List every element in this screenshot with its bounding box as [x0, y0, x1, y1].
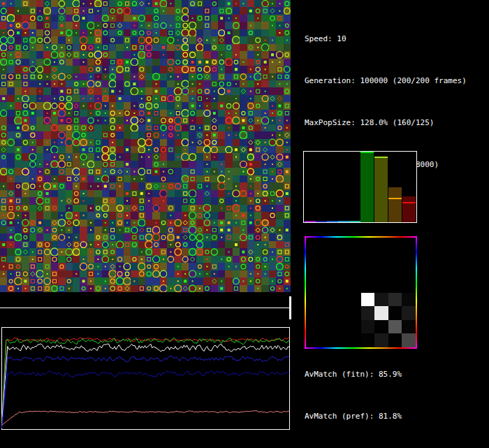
matrix-cell [361, 252, 375, 266]
stat-generation: Generation: 100000 (200/200 frames) [305, 74, 467, 88]
matrix-cell [306, 293, 320, 307]
matrix-cell [361, 265, 375, 279]
matrix-cell [333, 265, 347, 279]
population-marker-species2-female [402, 202, 416, 203]
matrix-cell [320, 279, 334, 293]
matrix-cell [388, 333, 402, 347]
population-bar-species1-male [360, 152, 374, 222]
matrix-cell [306, 333, 320, 347]
matrix-cell [333, 238, 347, 252]
matrix-cell [388, 279, 402, 293]
matrix-cell [361, 306, 375, 320]
matrix-cell [388, 320, 402, 334]
matrix-cell [347, 265, 361, 279]
matrix-cell [306, 265, 320, 279]
stat-avmatch-pref: AvMatch (pref): 81.8% [305, 410, 467, 424]
matrix-cell [333, 279, 347, 293]
matrix-cell [374, 279, 388, 293]
genome-distance-matrix [305, 236, 417, 349]
population-bar-species2-female [402, 196, 416, 222]
matrix-border-bottom [305, 347, 417, 349]
matrix-cell [388, 265, 402, 279]
matrix-cell [333, 333, 347, 347]
matrix-cell [388, 252, 402, 266]
matrix-cell [306, 279, 320, 293]
matrix-cell [361, 333, 375, 347]
matrix-cell [402, 238, 416, 252]
matrix-cell [306, 238, 320, 252]
stat-maxpopsize: MaxPopSize: 128.0% (160/125) [305, 116, 467, 130]
matrix-cell [402, 320, 416, 334]
minor-species-strip [305, 221, 360, 222]
matrix-cell [320, 320, 334, 334]
matrix-cell [361, 238, 375, 252]
matrix-cell [320, 238, 334, 252]
matrix-cell [306, 252, 320, 266]
matrix-cell [402, 252, 416, 266]
matrix-cell [374, 238, 388, 252]
matrix-cell [320, 265, 334, 279]
history-series-purebred [2, 344, 290, 427]
matrix-cell [347, 306, 361, 320]
matrix-cell [402, 333, 416, 347]
history-series-avpref [2, 371, 290, 428]
matrix-cell [388, 293, 402, 307]
history-line-chart [0, 327, 292, 432]
matrix-cell [374, 265, 388, 279]
history-series-cramer-s-v [2, 356, 290, 428]
matrix-cell [374, 320, 388, 334]
matrix-cells [306, 238, 416, 347]
history-chart-border [2, 328, 290, 430]
frame-progress-track[interactable] [0, 308, 291, 308]
matrix-cell [374, 293, 388, 307]
matrix-cell [361, 293, 375, 307]
history-series-avmatch--pref- [2, 338, 290, 427]
matrix-cell [402, 306, 416, 320]
matrix-cell [347, 293, 361, 307]
history-series-syssize [2, 411, 290, 426]
stats-panel: Speed: 10 Generation: 100000 (200/200 fr… [305, 4, 467, 448]
matrix-border-left [305, 236, 306, 349]
matrix-cell [374, 333, 388, 347]
app-window: Speed: 10 Generation: 100000 (200/200 fr… [0, 0, 489, 448]
matrix-cell [374, 252, 388, 266]
simulation-grid[interactable] [0, 0, 291, 292]
matrix-cell [347, 333, 361, 347]
matrix-cell [320, 333, 334, 347]
population-bar-chart: m f [303, 151, 417, 223]
stat-speed: Speed: 10 [305, 32, 467, 46]
population-bar-species2-male [388, 187, 402, 222]
matrix-cell [306, 306, 320, 320]
matrix-border-top [305, 236, 417, 238]
population-marker-species2-male [388, 198, 402, 199]
matrix-border-right [416, 236, 417, 349]
matrix-cell [402, 265, 416, 279]
matrix-cell [320, 306, 334, 320]
matrix-cell [361, 320, 375, 334]
stat-avmatch-fitn: AvMatch (fitn): 85.9% [305, 368, 467, 382]
history-series-avmatch--fitn- [2, 338, 290, 426]
matrix-cell [347, 279, 361, 293]
matrix-cell [347, 320, 361, 334]
matrix-cell [333, 320, 347, 334]
matrix-cell [402, 279, 416, 293]
population-marker-species1-male [360, 152, 374, 153]
matrix-cell [333, 293, 347, 307]
matrix-cell [388, 306, 402, 320]
matrix-cell [320, 252, 334, 266]
matrix-cell [333, 306, 347, 320]
matrix-cell [347, 238, 361, 252]
matrix-cell [402, 293, 416, 307]
population-bar-species1-female [374, 157, 388, 222]
matrix-cell [388, 238, 402, 252]
matrix-cell [333, 252, 347, 266]
matrix-cell [347, 252, 361, 266]
population-marker-species1-female [374, 157, 388, 158]
matrix-cell [306, 320, 320, 334]
frame-progress-handle[interactable] [289, 296, 291, 319]
matrix-cell [374, 306, 388, 320]
matrix-cell [361, 279, 375, 293]
matrix-cell [320, 293, 334, 307]
